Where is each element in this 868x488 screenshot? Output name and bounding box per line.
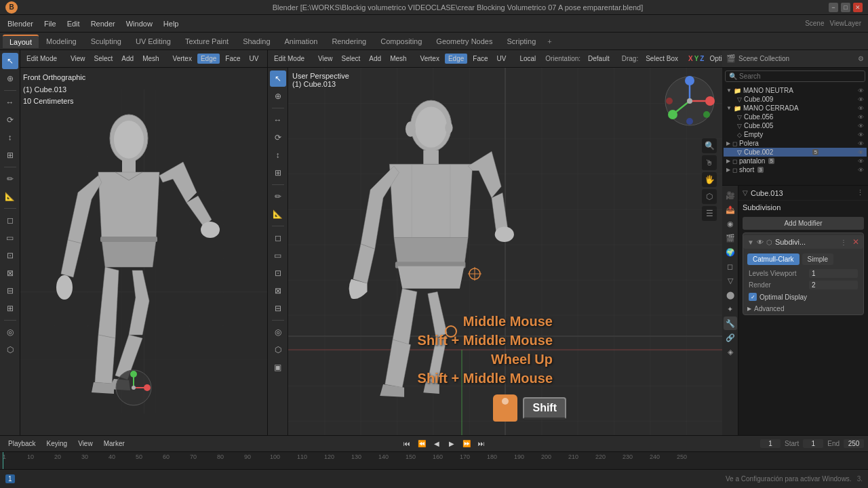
tool-move[interactable]: ↔ (2, 94, 18, 110)
timeline[interactable]: 1 10 20 30 40 50 60 70 80 90 100 110 120… (0, 452, 868, 469)
left-vp-select[interactable]: Select (91, 54, 117, 64)
playback-dropdown[interactable]: Playback (4, 439, 40, 449)
visibility-icon[interactable]: 👁 (858, 96, 864, 103)
menu-window[interactable]: Window (121, 18, 157, 29)
center-tool-bevel[interactable]: ⊡ (270, 265, 286, 281)
center-vp-mesh[interactable]: Mesh (387, 54, 410, 64)
timeline-inner[interactable]: 1 10 20 30 40 50 60 70 80 90 100 110 120… (0, 452, 868, 469)
view-dropdown[interactable]: View (74, 439, 97, 449)
center-vp-vertex[interactable]: Vertex (417, 54, 443, 64)
tool-annotate[interactable]: ✏ (2, 171, 18, 187)
visibility-icon[interactable]: 👁 (858, 123, 864, 129)
tool-bisect[interactable]: ⬡ (2, 342, 18, 358)
camera-icon[interactable]: ⬡ (702, 189, 717, 204)
tool-cursor[interactable]: ⊕ (2, 70, 18, 87)
tool-knife[interactable]: ◎ (2, 324, 18, 340)
jump-start-button[interactable]: ⏮ (400, 437, 414, 449)
modifier-expand[interactable]: ▼ (747, 239, 754, 246)
tool-measure[interactable]: 📐 (2, 188, 18, 205)
visibility-icon[interactable]: 👁 (858, 114, 864, 121)
tab-scripting[interactable]: Scripting (500, 35, 542, 47)
tool-loop-cut[interactable]: ⊞ (2, 300, 18, 317)
menu-edit[interactable]: Edit (62, 18, 85, 29)
modifier-delete[interactable]: ✕ (852, 237, 859, 247)
menu-file[interactable]: File (39, 18, 61, 29)
add-workspace-button[interactable]: + (543, 36, 555, 47)
tool-inset[interactable]: ⊠ (2, 265, 18, 281)
center-axis-y[interactable]: Y (694, 55, 699, 62)
titlebar-controls[interactable]: − □ ✕ (829, 3, 863, 12)
tool-scale[interactable]: ↕ (2, 129, 18, 146)
close-button[interactable]: ✕ (853, 3, 863, 12)
navigation-cube[interactable] (663, 74, 717, 128)
tool-add-geo[interactable]: ▭ (2, 230, 18, 246)
prop-output[interactable]: 📤 (724, 203, 737, 216)
play-forward-button[interactable]: ⏩ (460, 437, 473, 449)
prop-world[interactable]: 🌍 (724, 245, 737, 259)
visibility-icon[interactable]: 👁 (858, 149, 864, 156)
zoom-icon[interactable]: 🔍 (702, 138, 717, 153)
center-vp-select[interactable]: Select (338, 54, 364, 64)
center-tool-extrude[interactable]: ◻ (270, 230, 286, 246)
visibility-icon[interactable]: 👁 (858, 105, 864, 112)
center-tool-measure[interactable]: 📐 (270, 206, 286, 222)
center-tool-cursor[interactable]: ⊕ (270, 88, 286, 104)
render-value[interactable]: 2 (809, 281, 858, 289)
advanced-section[interactable]: ▶ Advanced (743, 303, 863, 314)
center-tool-knife[interactable]: ⊟ (270, 300, 286, 317)
tool-bevel[interactable]: ⊟ (2, 283, 18, 299)
outliner-item-polera[interactable]: ▶ ◻ Polera 👁 (724, 139, 867, 148)
center-tool-move[interactable]: ↔ (270, 112, 286, 128)
prop-view-layer[interactable]: ◉ (724, 217, 737, 230)
end-frame[interactable]: 250 (844, 439, 864, 448)
tab-texture-paint[interactable]: Texture Paint (178, 35, 235, 47)
scene-name[interactable]: Scene (805, 20, 828, 27)
left-vp-edge[interactable]: Edge (197, 54, 220, 64)
left-vp-uv[interactable]: UV (246, 54, 262, 64)
levels-viewport-value[interactable]: 1 (809, 269, 858, 278)
outliner-item-cube-005[interactable]: ▽ Cube.005 👁 (724, 121, 867, 130)
menu-blender[interactable]: Blender (3, 18, 38, 29)
current-frame[interactable]: 1 (760, 439, 781, 448)
menu-render[interactable]: Render (86, 18, 120, 29)
tab-geometry-nodes[interactable]: Geometry Nodes (429, 35, 499, 47)
simple-button[interactable]: Simple (802, 253, 834, 265)
center-vp-view[interactable]: View (315, 54, 336, 64)
tab-layout[interactable]: Layout (3, 35, 39, 48)
center-tool-rotate[interactable]: ⟳ (270, 129, 286, 146)
outliner-item-mano-cerrada[interactable]: ▼ 📁 MANO CERRADA 👁 (724, 104, 867, 113)
prop-mesh[interactable]: ▽ (724, 274, 737, 287)
center-axis-x[interactable]: X (688, 55, 693, 62)
left-vp-mode-dropdown[interactable]: Edit Mode (23, 54, 60, 64)
maximize-button[interactable]: □ (841, 3, 850, 12)
center-vp-face[interactable]: Face (469, 54, 491, 64)
tab-shading[interactable]: Shading (236, 35, 277, 47)
center-vp-mode[interactable]: Edit Mode (271, 54, 308, 64)
center-vp-add[interactable]: Add (366, 54, 384, 64)
tab-modeling[interactable]: Modeling (39, 35, 83, 47)
visibility-icon[interactable]: 👁 (858, 158, 864, 165)
outliner-item-pantalon[interactable]: ▶ ◻ pantalon 5 👁 (724, 157, 867, 165)
timeline-playhead[interactable] (3, 452, 3, 469)
center-tool-transform[interactable]: ⊞ (270, 165, 286, 181)
center-tool-extra2[interactable]: ⬡ (270, 342, 286, 358)
prop-constraint[interactable]: 🔗 (724, 331, 737, 344)
tab-rendering[interactable]: Rendering (325, 35, 373, 47)
prop-object[interactable]: ◻ (724, 260, 737, 273)
center-vp-edge[interactable]: Edge (445, 54, 467, 64)
outliner-item-cube-056[interactable]: ▽ Cube.056 👁 (724, 113, 867, 121)
orbit-icon[interactable]: 🖱 (702, 155, 717, 170)
menu-help[interactable]: Help (159, 18, 184, 29)
center-vp-uv[interactable]: UV (494, 54, 510, 64)
center-tool-annotate[interactable]: ✏ (270, 188, 286, 205)
catmull-clark-button[interactable]: Catmull-Clark (747, 253, 800, 265)
tab-animation[interactable]: Animation (278, 35, 325, 47)
center-vp-local[interactable]: Local (516, 54, 539, 64)
outliner-item-empty[interactable]: ◇ Empty 👁 (724, 130, 867, 139)
outliner-item-cube-002[interactable]: ▽ Cube.002 5 👁 (724, 148, 867, 157)
outliner-search[interactable]: 🔍 (725, 70, 865, 82)
tool-add-cube[interactable]: ◻ (2, 212, 18, 228)
modifier-menu[interactable]: ⋮ (840, 239, 847, 246)
outliner-item-short[interactable]: ▶ ◻ short 3 👁 (724, 165, 867, 174)
play-button[interactable]: ▶ (445, 437, 458, 449)
